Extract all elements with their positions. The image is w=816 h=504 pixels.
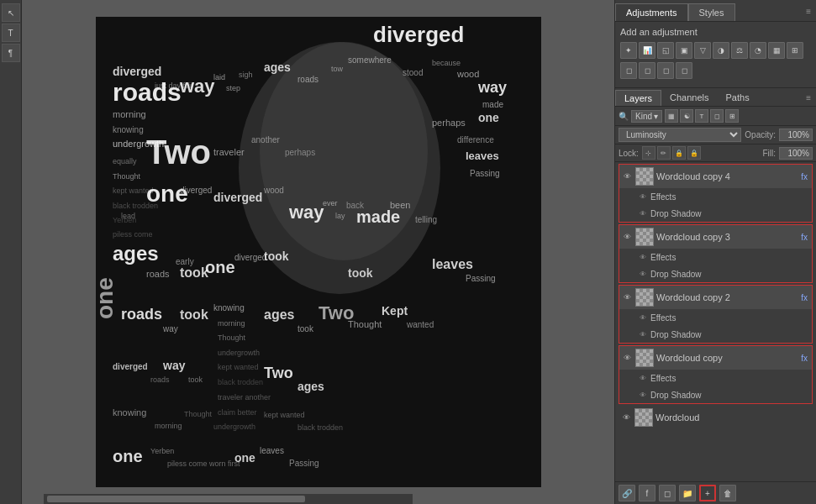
layers-panel-collapse[interactable]: ≡ xyxy=(801,90,816,106)
svg-text:leaves: leaves xyxy=(260,446,284,455)
filter-smart[interactable]: ⊞ xyxy=(725,109,739,123)
svg-text:ever: ever xyxy=(323,199,338,207)
adj-icon-invert[interactable]: ◻ xyxy=(620,62,637,79)
adjustments-panel: Add an adjustment ✦ 📊 ◱ ▣ ▽ ◑ ⚖ ◔ ▦ ⊞ ◻ … xyxy=(615,22,816,88)
opacity-input[interactable]: 100% xyxy=(779,129,813,141)
layer-fx-wordcloud-copy-2[interactable]: fx xyxy=(798,293,810,302)
svg-text:roads: roads xyxy=(150,375,170,384)
layer-eye-wordcloud-copy-3[interactable]: 👁 xyxy=(621,231,633,243)
tool-type[interactable]: T xyxy=(2,24,20,42)
layer-eye-wordcloud-copy[interactable]: 👁 xyxy=(621,352,633,364)
new-layer-btn[interactable]: + xyxy=(699,485,716,501)
blend-mode-select[interactable]: Luminosity xyxy=(619,128,741,142)
layer-row-wordcloud-copy-4[interactable]: 👁 Wordcloud copy 4 fx xyxy=(619,165,812,188)
layer-row-wordcloud-copy[interactable]: 👁 Wordcloud copy fx xyxy=(619,346,812,370)
adj-icons-row-1: ✦ 📊 ◱ ▣ ▽ ◑ ⚖ ◔ ▦ ⊞ xyxy=(620,42,811,59)
layer-eye-wordcloud-copy-4[interactable]: 👁 xyxy=(621,171,633,182)
layer-eye-wordcloud-copy-2[interactable]: 👁 xyxy=(621,291,633,303)
adj-icon-channelmix[interactable]: ⊞ xyxy=(787,42,803,59)
drop-shadow-eye-2[interactable]: 👁 xyxy=(638,329,648,339)
effects-row-2[interactable]: 👁 Effects xyxy=(619,309,812,326)
effects-row-4[interactable]: 👁 Effects xyxy=(619,188,812,205)
layer-fx-wordcloud-copy[interactable]: fx xyxy=(798,354,810,363)
effects-row-copy[interactable]: 👁 Effects xyxy=(619,370,812,386)
effects-label-2: Effects xyxy=(650,313,676,323)
drop-shadow-eye-4[interactable]: 👁 xyxy=(638,208,648,218)
add-mask-btn[interactable]: ◻ xyxy=(659,485,676,501)
layers-list[interactable]: 👁 Wordcloud copy 4 fx 👁 Effects 👁 Drop S… xyxy=(615,162,816,481)
effects-eye-copy[interactable]: 👁 xyxy=(638,373,648,383)
adj-icon-threshold[interactable]: ◻ xyxy=(657,62,674,79)
tab-channels[interactable]: Channels xyxy=(661,90,717,106)
adj-icon-bw[interactable]: ◔ xyxy=(750,42,766,59)
adj-icon-curves[interactable]: ◱ xyxy=(657,42,674,59)
svg-text:took: took xyxy=(180,265,208,280)
layer-fx-wordcloud-copy-3[interactable]: fx xyxy=(798,233,810,242)
svg-text:because: because xyxy=(432,59,461,67)
adj-icon-brightness[interactable]: ✦ xyxy=(620,42,637,59)
adj-icon-hsl[interactable]: ◑ xyxy=(713,42,729,59)
layer-fx-wordcloud-copy-4[interactable]: fx xyxy=(798,172,810,181)
lock-transparent[interactable]: ⊹ xyxy=(642,146,655,160)
drop-shadow-label-4: Drop Shadow xyxy=(650,209,702,218)
svg-text:way: way xyxy=(162,324,178,333)
svg-text:diverged: diverged xyxy=(180,186,212,195)
drop-shadow-eye-copy[interactable]: 👁 xyxy=(638,390,648,400)
kind-arrow: ▾ xyxy=(654,112,658,121)
drop-shadow-eye-3[interactable]: 👁 xyxy=(638,269,648,279)
effects-row-3[interactable]: 👁 Effects xyxy=(619,249,812,265)
drop-shadow-row-3[interactable]: 👁 Drop Shadow xyxy=(619,265,812,282)
effects-eye-3[interactable]: 👁 xyxy=(638,252,648,262)
svg-text:traveler: traveler xyxy=(213,147,245,157)
lock-all[interactable]: 🔒 xyxy=(687,146,701,160)
adj-icon-colorbal[interactable]: ⚖ xyxy=(731,42,748,59)
lock-position[interactable]: 🔒 xyxy=(672,146,686,160)
filter-type[interactable]: T xyxy=(695,109,708,123)
layer-filter-icons: ▦ ☯ T ◻ ⊞ xyxy=(665,109,739,123)
tab-styles[interactable]: Styles xyxy=(688,3,735,21)
new-group-btn[interactable]: 📁 xyxy=(679,485,696,501)
layer-row-wordcloud[interactable]: 👁 Wordcloud xyxy=(619,406,813,429)
drop-shadow-row-4[interactable]: 👁 Drop Shadow xyxy=(619,205,812,222)
svg-text:piless come worn first: piless come worn first xyxy=(167,459,240,468)
adj-icon-vibrance[interactable]: ▽ xyxy=(694,42,711,59)
adj-icon-exposure[interactable]: ▣ xyxy=(676,42,692,59)
svg-text:diverged: diverged xyxy=(373,22,464,47)
right-panel: Adjustments Styles ≡ Add an adjustment ✦… xyxy=(614,0,816,504)
svg-text:Two: Two xyxy=(264,365,293,381)
filter-shape[interactable]: ◻ xyxy=(710,109,724,123)
adj-icon-photofilter[interactable]: ▦ xyxy=(768,42,785,59)
link-layers-btn[interactable]: 🔗 xyxy=(619,485,635,501)
layer-row-wordcloud-copy-3[interactable]: 👁 Wordcloud copy 3 fx xyxy=(619,225,812,249)
fill-input[interactable]: 100% xyxy=(779,147,813,160)
effects-eye-4[interactable]: 👁 xyxy=(638,192,648,202)
layer-eye-wordcloud[interactable]: 👁 xyxy=(620,412,632,423)
svg-text:roads: roads xyxy=(297,75,319,84)
panel-collapse-btn[interactable]: ≡ xyxy=(801,3,816,21)
filter-adjust[interactable]: ☯ xyxy=(680,109,693,123)
tab-layers[interactable]: Layers xyxy=(615,90,661,106)
delete-layer-btn[interactable]: 🗑 xyxy=(719,485,736,501)
add-style-btn[interactable]: f xyxy=(639,485,655,501)
effects-eye-2[interactable]: 👁 xyxy=(638,312,648,323)
adj-icon-posterize[interactable]: ◻ xyxy=(639,62,655,79)
tab-paths[interactable]: Paths xyxy=(718,90,758,106)
adj-icon-levels[interactable]: 📊 xyxy=(639,42,655,59)
svg-text:equally: equally xyxy=(113,157,137,165)
svg-text:ages: ages xyxy=(264,307,295,322)
layer-row-wordcloud-copy-2[interactable]: 👁 Wordcloud copy 2 fx xyxy=(619,286,812,309)
tool-move[interactable]: ↖ xyxy=(2,3,20,22)
kind-dropdown[interactable]: Kind ▾ xyxy=(631,110,662,123)
tool-para[interactable]: ¶ xyxy=(2,44,20,62)
lock-image[interactable]: ✏ xyxy=(657,146,671,160)
tab-adjustments[interactable]: Adjustments xyxy=(615,3,688,21)
drop-shadow-row-copy[interactable]: 👁 Drop Shadow xyxy=(619,386,812,403)
filter-pixel[interactable]: ▦ xyxy=(665,109,678,123)
layer-group-wordcloud-copy-2: 👁 Wordcloud copy 2 fx 👁 Effects 👁 Drop S… xyxy=(619,285,813,344)
svg-text:Passing: Passing xyxy=(470,169,500,178)
svg-text:took: took xyxy=(180,307,208,322)
svg-text:Thought: Thought xyxy=(184,410,213,418)
drop-shadow-row-2[interactable]: 👁 Drop Shadow xyxy=(619,326,812,343)
panel-tabs: Adjustments Styles ≡ xyxy=(615,0,816,22)
adj-icon-gradient[interactable]: ◻ xyxy=(676,62,692,79)
